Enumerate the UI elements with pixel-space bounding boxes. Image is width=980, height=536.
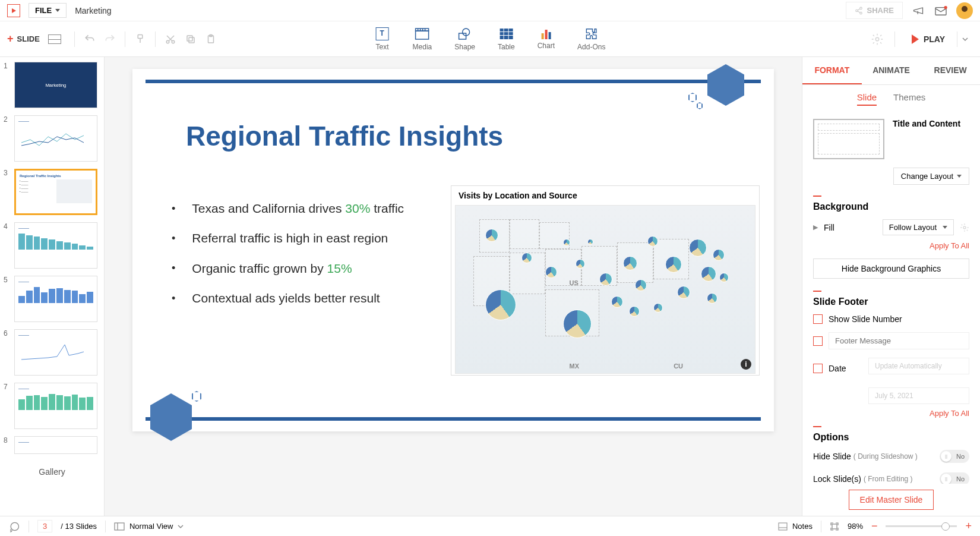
tab-format[interactable]: FORMAT	[802, 57, 862, 84]
insert-media[interactable]: Media	[413, 27, 432, 51]
play-button[interactable]: PLAY	[906, 31, 951, 48]
zoom-in-button[interactable]: +	[965, 520, 972, 532]
comments-icon[interactable]	[8, 521, 20, 532]
copy-icon[interactable]	[184, 33, 197, 46]
play-icon	[912, 34, 919, 44]
hexagon-decoration	[688, 93, 697, 102]
show-slide-number-label: Show Slide Number	[829, 314, 902, 324]
view-mode-select[interactable]: Normal View	[114, 522, 184, 531]
section-background: Background	[813, 201, 969, 212]
app-logo[interactable]	[7, 4, 20, 17]
add-slide-button[interactable]: +SLIDE	[7, 33, 48, 45]
layout-icon[interactable]	[48, 34, 61, 44]
zoom-level[interactable]: 98%	[848, 522, 863, 531]
layout-preview-thumb	[813, 119, 884, 159]
lock-slide-toggle[interactable]: No	[940, 472, 969, 484]
paste-icon[interactable]	[204, 33, 217, 46]
svg-rect-13	[187, 36, 192, 41]
play-dropdown[interactable]	[957, 31, 973, 47]
info-icon[interactable]: i	[741, 359, 751, 370]
fill-label: Fill	[824, 223, 877, 232]
zoom-out-button[interactable]: −	[871, 520, 878, 532]
undo-icon[interactable]	[83, 33, 96, 46]
footer-message-input[interactable]	[829, 332, 969, 349]
layout-name: Title and Content	[893, 119, 960, 128]
svg-rect-16	[416, 31, 429, 39]
slide-title-text[interactable]: Regional Traffic Insights	[186, 120, 503, 152]
slide-bullets[interactable]: Texas and California drives 30% traffic …	[172, 194, 404, 314]
hide-slide-sublabel: ( During Slideshow )	[853, 452, 918, 461]
tab-review[interactable]: REVIEW	[921, 57, 980, 84]
thumbnail-8[interactable]: ———	[14, 436, 97, 454]
thumbnail-6[interactable]: ———	[14, 329, 97, 376]
hexagon-decoration	[150, 393, 192, 441]
change-layout-button[interactable]: Change Layout	[893, 168, 969, 185]
hexagon-decoration	[697, 102, 703, 109]
date-value-select[interactable]: July 5, 2021	[868, 387, 969, 404]
section-options: Options	[813, 432, 969, 443]
thumbnail-3[interactable]: Regional Traffic Insights• ———• ———• ———…	[14, 169, 97, 215]
insert-table[interactable]: Table	[498, 27, 515, 51]
current-slide[interactable]: Regional Traffic Insights Texas and Cali…	[132, 69, 774, 431]
insert-shape[interactable]: Shape	[454, 27, 475, 51]
thumbnail-7[interactable]: ———	[14, 383, 97, 429]
format-painter-icon[interactable]	[134, 33, 147, 46]
svg-rect-28	[779, 523, 787, 530]
apply-to-all-link[interactable]: Apply To All	[813, 241, 969, 250]
envelope-icon[interactable]	[934, 4, 948, 18]
current-slide-number[interactable]: 3	[37, 520, 52, 532]
zoom-slider[interactable]	[886, 525, 957, 527]
show-slide-number-checkbox[interactable]	[813, 314, 823, 324]
thumbnail-4[interactable]: ———	[14, 222, 97, 269]
fill-select[interactable]: Follow Layout	[883, 219, 954, 235]
svg-rect-7	[138, 34, 143, 38]
map-chart[interactable]: Visits by Location and Source	[451, 185, 760, 376]
hexagon-decoration	[707, 64, 744, 106]
redo-icon[interactable]	[103, 33, 116, 46]
megaphone-icon[interactable]	[911, 4, 925, 18]
thumbnail-1[interactable]: Marketing	[14, 62, 97, 108]
section-slide-footer: Slide Footer	[813, 297, 969, 307]
subtab-slide[interactable]: Slide	[857, 92, 877, 106]
status-bar: 3 / 13 Slides Normal View Notes 98% − +	[0, 516, 980, 536]
notes-toggle[interactable]: Notes	[778, 522, 813, 531]
gear-icon[interactable]	[871, 33, 884, 46]
hide-slide-toggle[interactable]: No	[940, 450, 969, 463]
date-checkbox[interactable]	[813, 364, 823, 373]
fit-icon[interactable]	[830, 522, 839, 531]
hide-background-button[interactable]: Hide Background Graphics	[813, 258, 969, 279]
share-button[interactable]: SHARE	[846, 2, 903, 19]
date-mode-select[interactable]: Update Automatically	[868, 358, 969, 374]
svg-point-6	[944, 5, 947, 8]
footer-message-checkbox[interactable]	[813, 336, 823, 346]
subtab-themes[interactable]: Themes	[893, 92, 925, 106]
plus-icon: +	[7, 33, 14, 45]
thumbnail-5[interactable]: ———	[14, 276, 97, 322]
insert-chart[interactable]: Chart	[538, 27, 555, 51]
edit-master-button[interactable]: Edit Master Slide	[849, 490, 934, 510]
fill-settings-icon[interactable]	[960, 223, 969, 232]
hide-slide-label: Hide Slide	[813, 452, 851, 461]
shape-icon	[457, 27, 473, 40]
cut-icon[interactable]	[164, 33, 177, 46]
file-menu[interactable]: FILE	[29, 3, 67, 18]
svg-point-24	[875, 37, 879, 41]
notes-icon	[778, 522, 788, 531]
insert-addons[interactable]: Add-Ons	[577, 27, 605, 51]
map-title: Visits by Location and Source	[451, 186, 759, 205]
insert-text[interactable]: Text	[375, 27, 390, 51]
svg-rect-30	[832, 524, 837, 529]
slide-thumbnails: 1Marketing 2——— 3Regional Traffic Insigh…	[0, 57, 105, 516]
svg-rect-26	[115, 523, 124, 530]
thumbnail-2[interactable]: ———	[14, 115, 97, 162]
chevron-right-icon[interactable]: ▶	[813, 223, 818, 231]
presentation-title[interactable]: Marketing	[75, 6, 111, 15]
table-icon	[498, 27, 514, 40]
apply-to-all-footer-link[interactable]: Apply To All	[813, 409, 969, 418]
media-icon	[415, 27, 430, 40]
svg-rect-23	[459, 33, 466, 39]
user-avatar[interactable]	[956, 2, 973, 19]
slide-canvas[interactable]: Regional Traffic Insights Texas and Cali…	[105, 57, 802, 516]
tab-animate[interactable]: ANIMATE	[862, 57, 921, 84]
gallery-button[interactable]: Gallery	[4, 461, 100, 483]
